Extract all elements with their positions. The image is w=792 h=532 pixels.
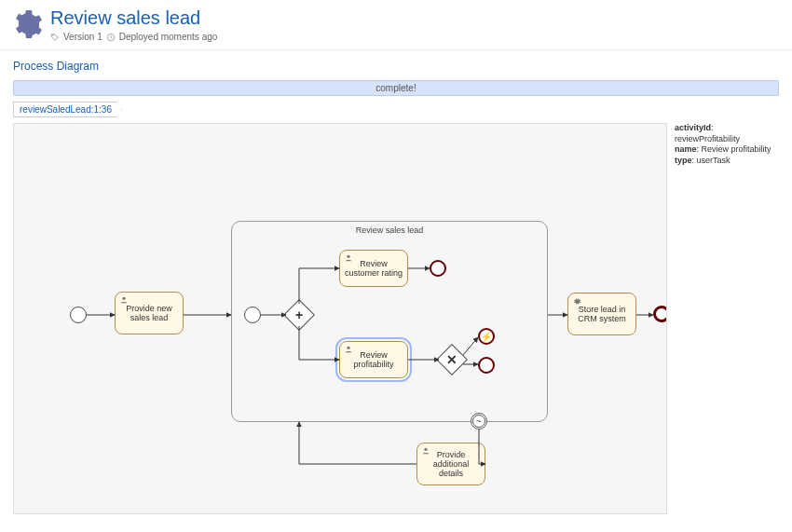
user-icon	[421, 446, 430, 456]
svg-point-2	[122, 297, 125, 300]
clock-icon	[106, 33, 116, 42]
version-label: Version 1	[63, 32, 102, 42]
boundary-event-icon[interactable]	[471, 413, 487, 430]
prop-value: Review profitability	[702, 144, 772, 154]
tag-icon	[50, 33, 60, 42]
status-bar: complete!	[13, 80, 779, 96]
diagram-canvas[interactable]: Review sales lead Provide new sales lead…	[13, 123, 667, 514]
svg-point-0	[53, 34, 54, 35]
start-event-icon[interactable]	[244, 307, 261, 323]
svg-point-3	[347, 255, 349, 258]
prop-key: type	[675, 156, 692, 165]
page-title: Review sales lead	[50, 7, 217, 29]
task-review-customer-rating[interactable]: Review customer rating	[339, 250, 408, 287]
start-event-icon[interactable]	[70, 307, 87, 323]
page-header: Review sales lead Version 1 Deployed mom…	[0, 0, 792, 50]
prop-value: userTask	[697, 156, 731, 165]
user-icon	[119, 295, 129, 305]
prop-key: activityId	[675, 123, 711, 132]
user-icon	[344, 345, 353, 354]
end-event-icon[interactable]	[430, 260, 446, 277]
terminate-end-event-icon[interactable]	[653, 306, 667, 322]
end-event-icon[interactable]	[478, 357, 495, 374]
task-store-lead-crm[interactable]: Store lead in CRM system	[567, 293, 636, 335]
prop-value: reviewProfitability	[675, 134, 740, 143]
properties-panel: activityId: reviewProfitability name: Re…	[675, 123, 779, 514]
user-icon	[344, 253, 353, 263]
task-label: Provide new sales lead	[119, 304, 179, 322]
svg-point-5	[424, 448, 427, 451]
task-label: Store lead in CRM system	[572, 305, 632, 323]
service-icon	[572, 296, 581, 306]
subprocess-title: Review sales lead	[232, 225, 547, 235]
breadcrumb: reviewSaledLead:1:36	[13, 102, 779, 117]
section-title: Process Diagram	[0, 50, 792, 78]
task-provide-new-sales-lead[interactable]: Provide new sales lead	[115, 292, 184, 334]
task-review-profitability[interactable]: Review profitability	[339, 341, 408, 378]
gear-icon	[9, 7, 43, 41]
task-provide-additional-details[interactable]: Provide additional details	[416, 443, 485, 485]
svg-point-4	[347, 347, 349, 349]
prop-key: name	[675, 144, 697, 154]
breadcrumb-item[interactable]: reviewSaledLead:1:36	[13, 102, 122, 117]
error-end-event-icon[interactable]	[478, 328, 495, 345]
deployed-label: Deployed moments ago	[119, 32, 218, 42]
